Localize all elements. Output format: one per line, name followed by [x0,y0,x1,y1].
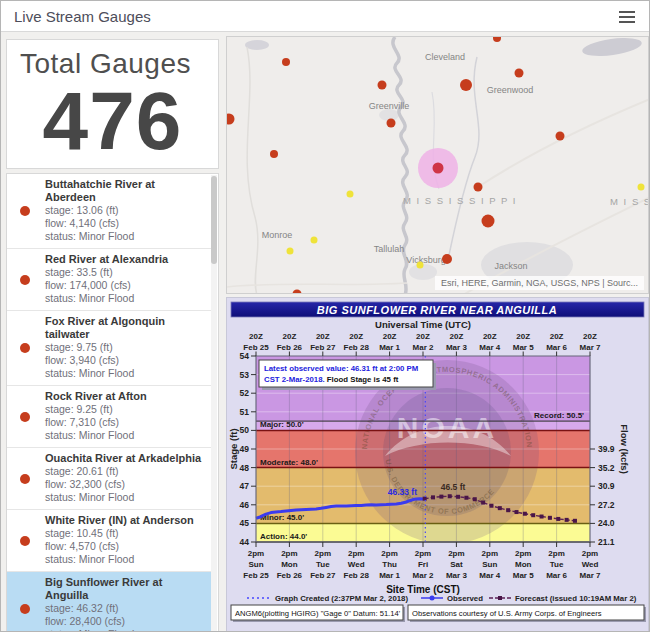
gauge-stage: stage: 33.5 (ft) [45,266,205,279]
gauge-list-item[interactable]: Fox River at Algonquin tailwaterstage: 9… [7,310,211,385]
hamburger-bar [619,21,635,23]
lake-shape [245,40,269,50]
svg-text:Wed: Wed [582,560,599,569]
gauge-flow: flow: 7,310 (cfs) [45,416,205,429]
gauge-list-panel: Buttahatchie River at Aberdeenstage: 13.… [6,173,219,632]
svg-text:Sat: Sat [450,560,463,569]
svg-text:Feb 28: Feb 28 [344,571,370,580]
scrollbar-thumb[interactable] [211,176,217,264]
svg-text:Observations courtesy of U.S.: Observations courtesy of U.S. Army Corps… [412,609,602,618]
gauge-marker-red[interactable] [442,254,452,264]
gauge-status-dot [20,343,30,353]
gauge-status: status: Minor Flood [45,491,205,504]
hamburger-bar [619,16,635,18]
gauge-marker-red[interactable] [515,69,524,78]
gauge-name: Rock River at Afton [45,390,205,403]
svg-text:30.9: 30.9 [598,481,615,491]
svg-text:Mar 4: Mar 4 [479,571,500,580]
gauge-marker-red[interactable] [378,81,387,90]
svg-text:49: 49 [240,444,250,454]
svg-text:53: 53 [240,370,250,380]
selected-gauge-marker[interactable] [433,163,444,174]
svg-text:Tue: Tue [550,560,564,569]
gauge-stage: stage: 10.45 (ft) [45,527,205,540]
gauge-stage: stage: 13.06 (ft) [45,204,205,217]
gauge-status: status: Minor Flood [45,230,205,243]
gauge-list-item[interactable]: White River (IN) at Andersonstage: 10.45… [7,509,211,571]
svg-text:Mar 3: Mar 3 [446,343,467,352]
map-panel[interactable]: ClevelandGreenwoodGreenvilleMonroeTallul… [226,36,649,294]
svg-text:20Z: 20Z [450,332,464,341]
svg-text:Thu: Thu [382,560,397,569]
gauge-name: Buttahatchie River at Aberdeen [45,178,205,204]
gauge-marker-red[interactable] [282,58,290,66]
gauge-flow: flow: 32,300 (cfs) [45,478,205,491]
gauge-marker-red[interactable] [556,132,565,141]
svg-text:BIG SUNFLOWER RIVER NEAR ANGUI: BIG SUNFLOWER RIVER NEAR ANGUILLA [317,304,557,316]
hamburger-menu-icon[interactable] [615,7,639,27]
svg-text:Feb 25: Feb 25 [243,571,269,580]
svg-text:48: 48 [240,463,250,473]
gauge-status: status: Minor Flood [45,367,205,380]
gauge-list-item[interactable]: Rock River at Aftonstage: 9.25 (ft)flow:… [7,385,211,447]
latest-observed-annotation: Latest observed value: 46.31 ft at 2:00 … [259,360,436,390]
svg-text:Moderate: 48.0': Moderate: 48.0' [260,458,318,467]
gauge-list-item[interactable]: Big Sunflower River at Anguillastage: 46… [7,571,211,632]
svg-text:46: 46 [240,500,250,510]
gauge-name: Ouachita River at Arkadelphia [45,452,205,465]
svg-text:Mar 6: Mar 6 [546,343,567,352]
gauge-status-dot [20,536,30,546]
gauge-status-dot [20,604,30,614]
svg-text:Mar 3: Mar 3 [446,571,467,580]
gauge-status: status: Minor Flood [45,628,205,632]
svg-text:2pm: 2pm [315,549,331,558]
gauge-list-item[interactable]: Buttahatchie River at Aberdeenstage: 13.… [7,174,211,248]
chart-title-bar: BIG SUNFLOWER RIVER NEAR ANGUILLA [231,302,644,317]
gauge-marker-yellow[interactable] [347,191,354,198]
svg-text:2pm: 2pm [515,549,531,558]
svg-text:Mar 5: Mar 5 [513,571,534,580]
gauge-marker-red[interactable] [474,183,483,192]
svg-text:Action: 44.0': Action: 44.0' [260,532,307,541]
gauge-status-dot [20,206,30,216]
list-scrollbar[interactable] [211,175,217,632]
svg-text:52: 52 [240,388,250,398]
gauge-marker-red[interactable] [270,150,278,158]
svg-text:20Z: 20Z [249,332,263,341]
svg-text:Feb 27: Feb 27 [310,571,336,580]
svg-text:20Z: 20Z [283,332,297,341]
gauge-list-item[interactable]: Ouachita River at Arkadelphiastage: 20.6… [7,447,211,509]
svg-text:20Z: 20Z [516,332,530,341]
svg-text:39.9: 39.9 [598,444,615,454]
gauge-marker-red[interactable] [482,215,495,228]
total-gauges-value: 476 [7,80,218,162]
gauge-marker-red[interactable] [387,119,396,128]
svg-text:2pm: 2pm [448,549,464,558]
gauge-flow: flow: 174,000 (cfs) [45,279,205,292]
svg-text:Sun: Sun [482,560,497,569]
svg-text:Mar 1: Mar 1 [379,571,400,580]
gauge-list-item[interactable]: Red River at Alexandriastage: 33.5 (ft)f… [7,248,211,310]
total-gauges-panel: Total Gauges 476 [6,39,219,169]
app-header: Live Stream Gauges [1,1,650,32]
gauge-marker-yellow[interactable] [417,262,424,269]
chart-footer-box: ANGM6(plotting HGIRG) "Gage 0" Datum: 51… [231,605,405,622]
svg-text:47: 47 [240,481,250,491]
gauge-status: status: Minor Flood [45,553,205,566]
total-gauges-title: Total Gauges [7,40,218,80]
gauge-name: Red River at Alexandria [45,253,205,266]
map-canvas[interactable]: ClevelandGreenwoodGreenvilleMonroeTallul… [227,37,649,294]
svg-text:Feb 26: Feb 26 [277,571,303,580]
hamburger-bar [619,11,635,13]
gauge-marker-yellow[interactable] [638,184,645,191]
gauge-stage: stage: 20.61 (ft) [45,465,205,478]
gauge-marker-yellow[interactable] [287,248,294,255]
svg-text:Fri: Fri [418,560,428,569]
gauge-flow: flow: 28,400 (cfs) [45,615,205,628]
gauge-marker-yellow[interactable] [311,237,318,244]
svg-text:20Z: 20Z [349,332,363,341]
gauge-marker-red[interactable] [460,79,472,91]
svg-text:CST 2-Mar-2018. Flood Stage is: CST 2-Mar-2018. Flood Stage is 45 ft [264,375,399,384]
gauge-name: Fox River at Algonquin tailwater [45,315,205,341]
svg-text:Mar 7: Mar 7 [580,571,601,580]
